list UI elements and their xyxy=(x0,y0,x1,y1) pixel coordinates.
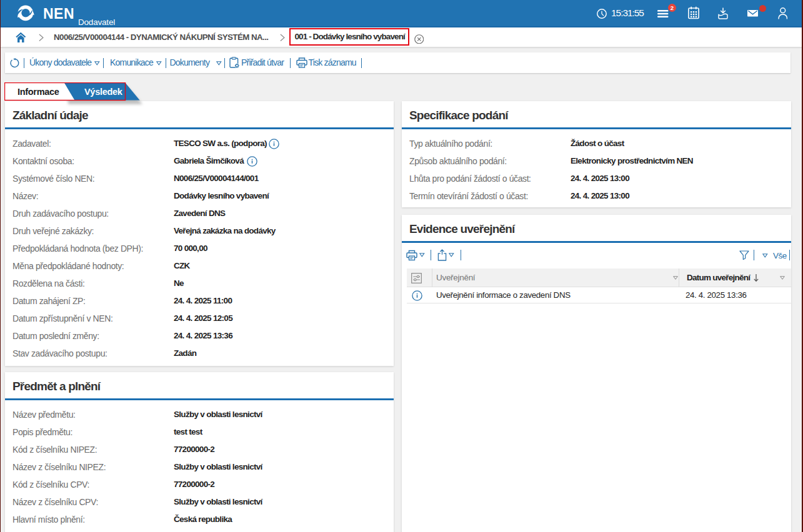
svg-text:Informace: Informace xyxy=(17,87,59,97)
svg-text:Výsledek: Výsledek xyxy=(84,87,123,97)
